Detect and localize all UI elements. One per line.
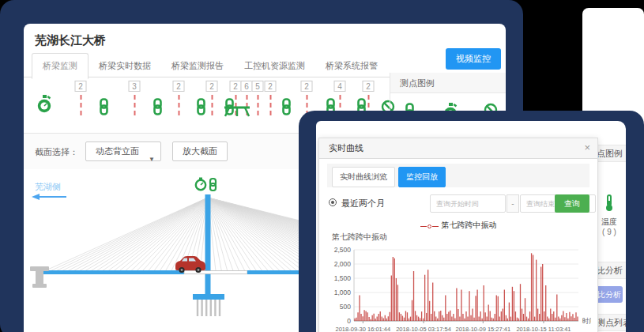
dashed-line (211, 95, 213, 115)
sensor-count-badge: 2 (230, 81, 242, 92)
svg-text:1,000: 1,000 (334, 289, 352, 296)
close-icon[interactable]: × (584, 141, 590, 153)
front-window: 测点图例 温度 ( 9 ) 对比分析 对比分析 监测点列表 实时曲线 (299, 111, 644, 332)
tab-2[interactable]: 桥梁实时数据 (89, 54, 161, 78)
svg-text:0: 0 (347, 317, 351, 325)
sensor-count-marker: 2 (75, 81, 87, 115)
chain-icon[interactable] (281, 98, 292, 115)
dashed-line (134, 95, 135, 115)
sensor-icon-slot (281, 98, 292, 119)
query-row: 最近两个月 - 查询 (327, 194, 589, 214)
svg-text:2018-09-30 16:01:44: 2018-09-30 16:01:44 (336, 326, 391, 332)
dashed-line (80, 95, 81, 115)
car (175, 256, 205, 273)
chain-icon[interactable] (153, 98, 163, 115)
sensor-count-marker: 2 (173, 81, 185, 115)
sensor-count-badge: 2 (301, 81, 313, 92)
svg-text:时间: 时间 (582, 317, 591, 325)
modal-tab-2[interactable]: 监控回放 (398, 167, 446, 187)
tab-3[interactable]: 桥梁监测报告 (161, 54, 234, 78)
chart-title: 第七跨跨中振动 (332, 232, 589, 243)
front-window-content: 测点图例 温度 ( 9 ) 对比分析 对比分析 监测点列表 实时曲线 (316, 121, 626, 332)
svg-text:1,500: 1,500 (334, 274, 352, 282)
range-radio[interactable] (329, 198, 337, 206)
enlarge-section-button[interactable]: 放大截面 (172, 141, 228, 161)
modal-body: 实时曲线浏览监控回放 最近两个月 - 查询 第七跨跨中振动 第七跨跨中振动 05… (319, 164, 597, 332)
sensor-icon-slot (36, 95, 52, 117)
section-select-label: 截面选择： (35, 146, 78, 158)
sensor-count-badge: 6 (241, 81, 253, 92)
sensor-count-badge: 5 (252, 81, 264, 92)
svg-text:2,000: 2,000 (334, 260, 352, 268)
vibration-chart: 05001,0001,5002,0002,5002018-09-30 16:01… (327, 243, 591, 332)
page-title: 芜湖长江大桥 (24, 24, 506, 53)
svg-text:2018-10-09 15:27:41: 2018-10-09 15:27:41 (455, 326, 510, 332)
realtime-curve-modal: 实时曲线 × 实时曲线浏览监控回放 最近两个月 - 查询 第七跨跨中振动 (318, 138, 598, 332)
tab-4[interactable]: 工控机资源监测 (234, 54, 315, 78)
dashed-line (269, 95, 271, 115)
chart-legend[interactable]: 第七跨跨中振动 (327, 220, 589, 230)
bridge-abutment (30, 266, 49, 288)
bridge-foundation-cap (193, 294, 224, 300)
query-button[interactable]: 查询 (555, 194, 589, 213)
sensor-icon-slot (223, 104, 251, 122)
start-time-input[interactable] (430, 194, 506, 213)
modal-title: 实时曲线 (319, 138, 597, 158)
tab-1[interactable]: 桥梁监测 (32, 53, 89, 79)
sensor-count-marker: 3 (129, 81, 141, 115)
sensor-count-marker: 5 (252, 81, 264, 115)
sensor-count-badge: 2 (75, 81, 87, 92)
video-monitor-button[interactable]: 视频监控 (446, 48, 501, 70)
chevron-down-icon: ▼ (149, 150, 155, 168)
range-radio-label: 最近两个月 (341, 198, 385, 209)
section-select-dropdown[interactable]: 动态背立面 ▼ (85, 141, 161, 161)
sensor-count-badge: 2 (265, 81, 277, 92)
modal-tab-1[interactable]: 实时曲线浏览 (332, 167, 395, 187)
chain-icon[interactable] (99, 98, 109, 115)
svg-text:500: 500 (340, 303, 351, 311)
sensor-count-badge: 2 (206, 81, 218, 92)
tab-5[interactable]: 桥梁系统报警 (315, 54, 388, 78)
sensor-count-badge: 2 (363, 81, 375, 92)
chain-icon[interactable] (196, 98, 206, 115)
legend-label: 第七跨跨中振动 (442, 221, 497, 229)
svg-text:2018-10-05 03:17:54: 2018-10-05 03:17:54 (396, 326, 451, 332)
dashed-line (257, 95, 258, 115)
sensor-count-marker: 2 (265, 81, 277, 115)
tower-chain-icon[interactable] (210, 179, 216, 191)
sensor-count-badge: 4 (334, 81, 346, 92)
modal-header: 实时曲线 × (319, 138, 597, 159)
svg-text:2018-10-15 11:03:41: 2018-10-15 11:03:41 (516, 326, 571, 332)
bearing-icon[interactable] (223, 104, 251, 119)
tower-gauge-icon[interactable] (196, 178, 205, 191)
dashed-line (178, 95, 179, 115)
modal-tabbar: 实时曲线浏览监控回放 (327, 164, 589, 187)
sensor-icon-slot (99, 98, 109, 119)
sensor-icon-slot (153, 98, 163, 119)
direction-arrow (32, 194, 66, 200)
page-background: 芜湖长江大桥 桥梁监测桥梁实时数据桥梁监测报告工控机资源监测桥梁系统报警 视频监… (0, 0, 644, 332)
bridge-piles (198, 300, 220, 316)
sensor-count-marker: 2 (206, 81, 218, 115)
sensor-icon-slot (196, 98, 206, 119)
sensor-count-badge: 3 (129, 81, 141, 92)
legend-marker-icon (420, 221, 439, 230)
bridge-deck-left (40, 270, 184, 274)
time-separator: - (507, 194, 519, 213)
section-select-value: 动态背立面 (96, 146, 139, 156)
bridge-tower (205, 194, 211, 296)
legend-panel-title: 测点图例 (390, 73, 506, 93)
bridge-side-label: 芜湖侧 (35, 182, 61, 191)
svg-text:2,500: 2,500 (334, 246, 352, 254)
bridge-deck-center (184, 271, 247, 274)
sensor-count-badge: 2 (173, 81, 185, 92)
thermometer-icon (604, 194, 615, 212)
gauge-icon[interactable] (36, 95, 52, 114)
